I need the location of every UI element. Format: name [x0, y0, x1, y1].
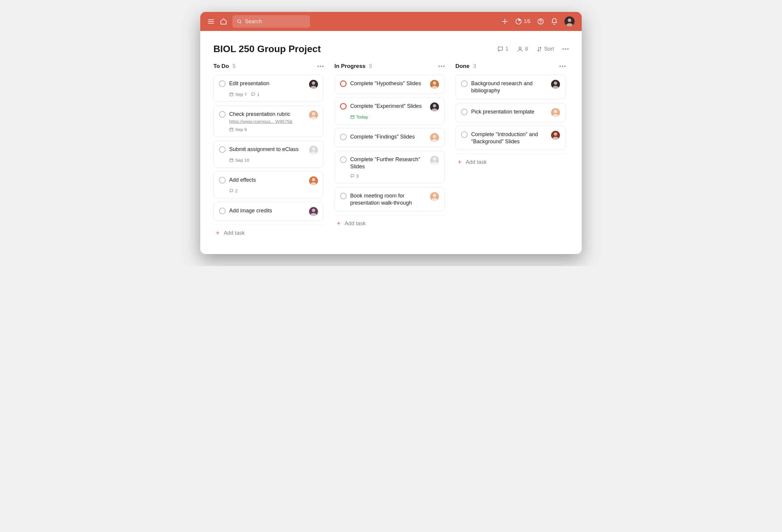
task-link[interactable]: https://www.rcampus... W8575&	[229, 119, 301, 124]
app-window: 1/5 BIOL 250 Group Project 1 6	[200, 12, 582, 254]
complete-checkbox[interactable]	[219, 146, 225, 153]
assignee-avatar[interactable]	[309, 80, 318, 89]
task-comments[interactable]: 2	[229, 188, 238, 193]
complete-checkbox[interactable]	[340, 80, 347, 87]
menu-icon[interactable]	[207, 18, 215, 25]
task-comments[interactable]: 1	[251, 92, 259, 97]
search-icon	[237, 18, 242, 25]
progress-icon	[515, 18, 522, 25]
task-comments[interactable]: 3	[350, 174, 358, 179]
task-meta: Sep 71	[229, 92, 318, 97]
svg-point-28	[312, 209, 315, 212]
svg-point-37	[433, 194, 436, 197]
column-title: In Progress	[334, 63, 366, 69]
task-title: Complete "Further Research" Slides	[350, 156, 426, 170]
task-title: Complete "Hypothesis" Slides	[350, 80, 426, 87]
assignee-avatar[interactable]	[430, 103, 439, 111]
home-icon[interactable]	[220, 18, 227, 25]
assignee-avatar[interactable]	[430, 80, 439, 89]
add-task-label: Add task	[466, 159, 487, 165]
complete-checkbox[interactable]	[340, 134, 347, 140]
user-avatar[interactable]	[564, 16, 575, 27]
complete-checkbox[interactable]	[219, 207, 225, 214]
task-title: Book meeting room for presentation walk-…	[350, 192, 426, 207]
add-task-button[interactable]: +Add task	[213, 225, 324, 241]
assignee-avatar[interactable]	[309, 176, 318, 185]
task-card[interactable]: Complete "Further Research" Slides3	[334, 151, 445, 184]
assignee-avatar[interactable]	[430, 156, 439, 165]
assignee-avatar[interactable]	[309, 111, 318, 119]
task-title: Add effects	[229, 176, 306, 184]
task-meta: 3	[350, 174, 439, 179]
complete-checkbox[interactable]	[219, 111, 225, 118]
task-card[interactable]: Pick presentation template	[455, 103, 566, 122]
task-title: Edit presentation	[229, 80, 306, 87]
task-meta: Today	[350, 114, 439, 119]
task-title: Complete "Introduction" and "Background"…	[471, 131, 547, 145]
column-to-do: To Do5Edit presentationSep 71Check prese…	[213, 63, 324, 241]
task-card[interactable]: Complete "Hypothesis" Slides	[334, 75, 445, 94]
task-card[interactable]: Submit assignment to eClassSep 10	[213, 141, 324, 168]
svg-point-40	[554, 132, 557, 136]
assignee-avatar[interactable]	[309, 146, 318, 155]
column-done: Done3Background research and bibliograph…	[455, 63, 566, 170]
complete-checkbox[interactable]	[340, 156, 347, 163]
topbar: 1/5	[200, 12, 582, 31]
topbar-right: 1/5	[501, 16, 575, 27]
task-date: Sep 10	[229, 158, 249, 163]
plus-icon: +	[458, 158, 462, 166]
svg-point-35	[433, 135, 436, 138]
task-card[interactable]: Edit presentationSep 71	[213, 75, 324, 102]
assignee-avatar[interactable]	[551, 131, 560, 140]
complete-checkbox[interactable]	[219, 177, 225, 184]
column-header: In Progress5	[334, 63, 445, 69]
assignee-avatar[interactable]	[430, 133, 439, 142]
task-card[interactable]: Book meeting room for presentation walk-…	[334, 187, 445, 212]
complete-checkbox[interactable]	[340, 103, 347, 110]
search-input[interactable]	[233, 15, 310, 28]
task-card[interactable]: Background research and bibliography	[455, 75, 566, 100]
column-header: To Do5	[213, 63, 324, 69]
svg-point-38	[554, 82, 557, 85]
column-more-icon[interactable]	[317, 66, 324, 67]
comments-button[interactable]: 1	[497, 46, 508, 52]
task-card[interactable]: Add effects2	[213, 171, 324, 198]
members-button[interactable]: 6	[517, 46, 528, 52]
task-meta: 2	[229, 188, 318, 193]
plus-icon: +	[337, 220, 341, 227]
assignee-avatar[interactable]	[309, 207, 318, 216]
task-card[interactable]: Add image credits	[213, 202, 324, 221]
project-title: BIOL 250 Group Project	[213, 43, 321, 54]
assignee-avatar[interactable]	[430, 192, 439, 201]
add-task-button[interactable]: +Add task	[455, 154, 566, 170]
bell-icon[interactable]	[551, 18, 558, 25]
complete-checkbox[interactable]	[340, 193, 347, 199]
search-field[interactable]	[245, 18, 306, 25]
complete-checkbox[interactable]	[461, 109, 468, 115]
add-icon[interactable]	[501, 18, 508, 25]
more-icon[interactable]	[562, 48, 569, 50]
assignee-avatar[interactable]	[551, 80, 560, 89]
column-title: To Do	[213, 63, 229, 69]
assignee-avatar[interactable]	[551, 108, 560, 117]
progress-indicator[interactable]: 1/5	[515, 18, 530, 25]
column-more-icon[interactable]	[559, 66, 566, 67]
help-icon[interactable]	[537, 18, 544, 25]
comment-count: 1	[505, 46, 508, 52]
column-title: Done	[455, 63, 470, 69]
column-more-icon[interactable]	[438, 66, 445, 67]
complete-checkbox[interactable]	[219, 80, 225, 87]
sort-button[interactable]: Sort	[536, 46, 554, 52]
complete-checkbox[interactable]	[461, 80, 468, 87]
task-card[interactable]: Check presentation rubrichttps://www.rca…	[213, 106, 324, 137]
svg-rect-23	[230, 159, 233, 162]
svg-point-11	[519, 47, 521, 49]
add-task-button[interactable]: +Add task	[334, 215, 445, 231]
task-card[interactable]: Complete "Introduction" and "Background"…	[455, 126, 566, 150]
svg-rect-18	[230, 128, 233, 131]
task-card[interactable]: Complete "Experiment" SlidesToday	[334, 98, 445, 124]
svg-point-27	[312, 178, 315, 181]
svg-point-30	[433, 104, 436, 108]
task-card[interactable]: Complete "Findings" Slides	[334, 128, 445, 147]
complete-checkbox[interactable]	[461, 131, 468, 138]
